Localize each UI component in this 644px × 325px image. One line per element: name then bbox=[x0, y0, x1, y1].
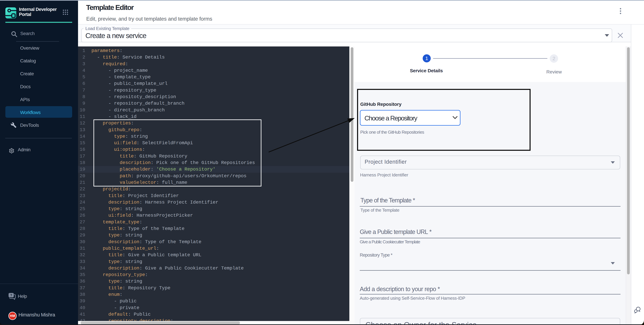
svg-text:?: ? bbox=[10, 294, 12, 297]
